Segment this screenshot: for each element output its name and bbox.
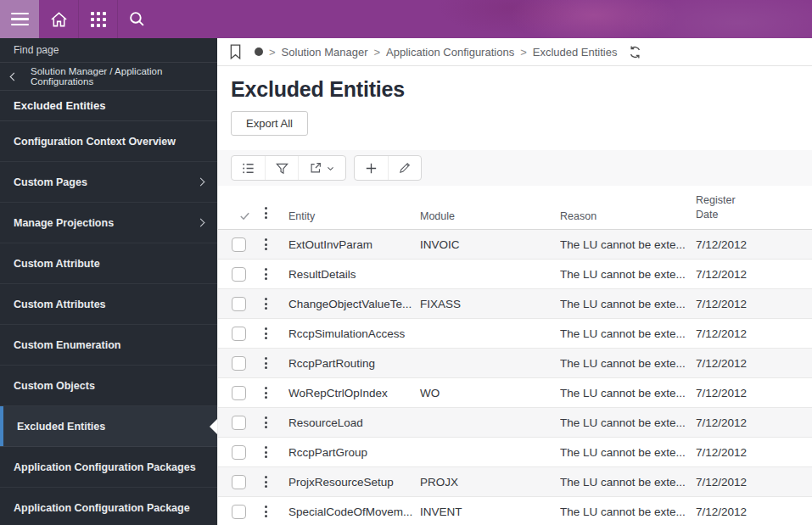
breadcrumb-link-solution-manager[interactable]: Solution Manager [282, 46, 368, 59]
table-row[interactable]: RccpPartRouting The LU cannot be exte...… [218, 349, 812, 378]
table-row[interactable]: ProjxResourceSetup PROJX The LU cannot b… [218, 467, 812, 497]
kebab-icon[interactable] [260, 265, 272, 283]
row-checkbox[interactable] [232, 386, 246, 400]
cell-module: INVOIC [420, 238, 560, 251]
sidebar-item-custom-objects[interactable]: Custom Objects [0, 366, 217, 406]
list-view-button[interactable] [232, 156, 265, 180]
table-row[interactable]: WoRepCtrlOpIndex WO The LU cannot be ext… [218, 378, 812, 408]
sidebar-item-application-configuration-packages[interactable]: Application Configuration Packages [0, 447, 217, 488]
find-page-input[interactable]: Find page [0, 38, 217, 63]
table-row[interactable]: ResourceLoad The LU cannot be exte... 7/… [218, 408, 812, 438]
table-row[interactable]: RccpPartGroup The LU cannot be exte... 7… [218, 438, 812, 467]
edit-row-button[interactable] [388, 156, 421, 180]
cell-module: PROJX [420, 476, 560, 489]
row-checkbox[interactable] [232, 267, 246, 282]
row-menu-header [258, 204, 288, 222]
cell-reason: The LU cannot be exte... [560, 327, 696, 340]
bookmark-icon[interactable] [229, 43, 242, 60]
row-checkbox[interactable] [232, 505, 246, 519]
sidebar-item-custom-pages[interactable]: Custom Pages [0, 162, 217, 203]
kebab-icon[interactable] [260, 383, 272, 402]
breadcrumb-separator: > [269, 46, 276, 59]
row-checkbox[interactable] [232, 327, 246, 341]
home-icon [50, 11, 68, 28]
export-all-button[interactable]: Export All [231, 111, 308, 136]
kebab-icon[interactable] [260, 324, 272, 343]
cell-reason: The LU cannot be exte... [560, 238, 696, 251]
cell-entity: SpecialCodeOfMovem... [288, 505, 420, 518]
column-header-entity[interactable]: Entity [288, 210, 420, 222]
table-row[interactable]: ExtOutInvParam INVOIC The LU cannot be e… [218, 230, 812, 260]
row-checkbox[interactable] [232, 416, 246, 430]
column-header-reason[interactable]: Reason [560, 210, 696, 222]
cell-register-date: 7/12/2012 [696, 416, 812, 429]
kebab-icon[interactable] [260, 502, 272, 521]
top-app-bar [0, 0, 812, 38]
row-checkbox[interactable] [232, 297, 246, 311]
table-row[interactable]: RccpSimulationAccess The LU cannot be ex… [218, 319, 812, 349]
sidebar-item-custom-enumeration[interactable]: Custom Enumeration [0, 325, 217, 366]
search-button[interactable] [117, 0, 156, 38]
cell-reason: The LU cannot be exte... [560, 298, 696, 310]
row-checkbox[interactable] [232, 475, 246, 489]
export-menu-button[interactable] [298, 156, 345, 180]
cell-reason: The LU cannot be exte... [560, 446, 696, 459]
menu-button[interactable] [0, 0, 39, 38]
breadcrumb-link-application-configurations[interactable]: Application Configurations [386, 46, 514, 59]
sidebar-item-label: Custom Enumeration [14, 339, 120, 351]
cell-reason: The LU cannot be exte... [560, 357, 696, 370]
sidebar-item-manage-projections[interactable]: Manage Projections [0, 203, 217, 243]
kebab-icon[interactable] [260, 472, 272, 491]
cell-register-date: 7/12/2012 [696, 357, 812, 370]
sidebar-back-button[interactable]: Solution Manager / Application Configura… [0, 63, 217, 91]
chevron-down-icon [326, 164, 335, 173]
home-button[interactable] [39, 0, 78, 38]
table-row[interactable]: ChangeObjectValueTe... FIXASS The LU can… [218, 289, 812, 319]
sidebar-item-application-configuration-package[interactable]: Application Configuration Package [0, 488, 217, 525]
cell-register-date: 7/12/2012 [696, 238, 812, 251]
back-label: Solution Manager / Application Configura… [31, 66, 217, 87]
table-row[interactable]: SpecialCodeOfMovem... INVENT The LU cann… [218, 497, 812, 525]
row-checkbox[interactable] [232, 237, 246, 252]
page-title: Excluded Entities [231, 77, 812, 102]
cell-entity: RccpPartRouting [288, 357, 420, 370]
table-row[interactable]: ResultDetails The LU cannot be exte... 7… [218, 260, 812, 289]
kebab-icon[interactable] [260, 443, 272, 461]
sidebar-item-configuration-context-overview[interactable]: Configuration Context Overview [0, 121, 217, 162]
column-header-module[interactable]: Module [420, 210, 560, 222]
cell-register-date: 7/12/2012 [696, 298, 812, 310]
column-header-register-date[interactable]: Register Date [696, 193, 748, 222]
view-actions-group [231, 155, 346, 181]
cell-module: WO [420, 387, 560, 399]
sidebar-item-label: Excluded Entities [14, 421, 105, 433]
breadcrumb-link-excluded-entities[interactable]: Excluded Entities [533, 46, 618, 59]
sidebar-item-excluded-entities[interactable]: Excluded Entities [0, 406, 217, 447]
table-header: Entity Module Reason Register Date [218, 186, 812, 230]
table-body: ExtOutInvParam INVOIC The LU cannot be e… [218, 230, 812, 525]
breadcrumb: > Solution Manager > Application Configu… [217, 38, 812, 66]
cell-entity: ResourceLoad [288, 416, 420, 429]
filter-button[interactable] [265, 156, 298, 180]
search-icon [129, 11, 145, 27]
sidebar-item-custom-attribute[interactable]: Custom Attribute [0, 243, 217, 284]
refresh-icon [628, 45, 642, 59]
row-checkbox[interactable] [232, 356, 246, 371]
cell-register-date: 7/12/2012 [696, 476, 812, 489]
cell-entity: ExtOutInvParam [288, 238, 420, 251]
add-row-button[interactable] [355, 156, 388, 180]
cell-register-date: 7/12/2012 [696, 387, 812, 399]
sidebar-item-label: Custom Pages [14, 176, 87, 188]
kebab-icon[interactable] [260, 294, 272, 313]
sidebar-section-title: Excluded Entities [0, 91, 217, 121]
refresh-button[interactable] [628, 45, 642, 59]
cell-reason: The LU cannot be exte... [560, 476, 696, 489]
row-checkbox[interactable] [232, 445, 246, 460]
sidebar: Find page Solution Manager / Application… [0, 38, 217, 525]
kebab-icon[interactable] [260, 235, 272, 254]
sidebar-item-custom-attributes[interactable]: Custom Attributes [0, 284, 217, 325]
app-launcher-button[interactable] [78, 0, 117, 38]
kebab-icon[interactable] [260, 354, 272, 372]
select-all-header[interactable] [232, 209, 258, 222]
kebab-icon[interactable] [260, 413, 272, 432]
sidebar-item-label: Configuration Context Overview [14, 136, 176, 148]
